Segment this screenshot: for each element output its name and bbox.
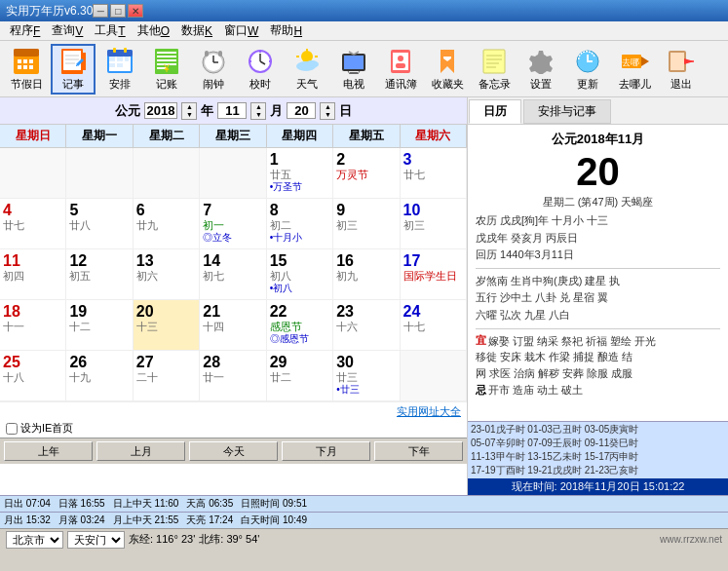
menu-window[interactable]: 窗口W — [218, 21, 264, 40]
svg-rect-54 — [350, 72, 358, 74]
cal-day[interactable]: 24十七 — [401, 300, 467, 351]
cal-day[interactable]: 18十一 — [0, 300, 66, 351]
weekday-mon: 星期一 — [66, 125, 133, 147]
tab-schedule[interactable]: 安排与记事 — [523, 99, 611, 124]
ri-divider1 — [476, 268, 720, 269]
cal-month-spin[interactable]: ▲ ▼ — [250, 102, 266, 120]
svg-rect-26 — [157, 52, 176, 54]
tb-weather[interactable]: 天气 — [285, 44, 329, 95]
tb-bookmark[interactable]: 收藏夹 — [425, 44, 470, 95]
times-row1: 23-01戊子时 01-03己丑时 03-05庚寅时 — [471, 423, 725, 437]
cal-day[interactable]: 20十三 — [134, 300, 200, 351]
tb-memo[interactable]: 备忘录 — [472, 44, 517, 95]
cal-day[interactable]: 2万灵节 — [333, 148, 400, 199]
homepage-label: 设为IE首页 — [20, 421, 73, 436]
tb-update[interactable]: 更新 — [565, 44, 610, 95]
cal-day[interactable]: 17国际学生日 — [401, 249, 467, 300]
cal-day[interactable]: 15初八•初八 — [267, 249, 333, 300]
tb-phonebook[interactable]: 通讯簿 — [378, 44, 423, 95]
cal-year-unit: 年 — [201, 102, 213, 120]
cal-day[interactable]: 11初四 — [0, 249, 66, 300]
cal-year-up[interactable]: ▲ — [182, 103, 196, 111]
cal-day[interactable]: 16初九 — [333, 249, 400, 300]
cal-month-value[interactable]: 11 — [217, 102, 247, 119]
tv-label: 电视 — [343, 77, 364, 92]
maximize-button[interactable]: □ — [110, 4, 126, 18]
cal-month-up[interactable]: ▲ — [251, 103, 265, 111]
cal-day[interactable]: 13初六 — [134, 249, 200, 300]
nav-next-year[interactable]: 下年 — [374, 441, 463, 461]
homepage-checkbox-container: 设为IE首页 — [6, 421, 461, 436]
tb-settings[interactable]: 设置 — [518, 44, 563, 95]
cal-day — [134, 148, 200, 199]
city-select[interactable]: 北京市 — [6, 531, 63, 549]
tb-alarm[interactable]: 闹钟 — [191, 44, 236, 95]
cal-day[interactable]: 30廿三•廿三 — [333, 351, 400, 401]
cal-day[interactable]: 12初五 — [66, 249, 133, 300]
exit-icon — [666, 47, 697, 76]
cal-day[interactable]: 28廿一 — [200, 351, 266, 401]
cal-day[interactable]: 14初七 — [200, 249, 266, 300]
cal-day[interactable]: 27二十 — [134, 351, 200, 401]
cal-day-down[interactable]: ▼ — [321, 111, 334, 119]
menu-data[interactable]: 数据K — [175, 21, 218, 40]
cal-day[interactable]: 7初一◎立冬 — [200, 199, 266, 249]
cal-day[interactable]: 29廿二 — [267, 351, 333, 401]
tab-calendar[interactable]: 日历 — [469, 99, 521, 124]
tb-diary[interactable]: 记事 — [51, 44, 96, 95]
tb-check[interactable]: 校时 — [238, 44, 283, 95]
menu-other[interactable]: 其他O — [132, 21, 175, 40]
menu-query[interactable]: 查询V — [46, 21, 89, 40]
tb-go[interactable]: 去哪 去哪儿 — [612, 44, 657, 95]
cal-day-up[interactable]: ▲ — [321, 103, 334, 111]
cal-day[interactable]: 19十二 — [66, 300, 133, 351]
homepage-checkbox[interactable] — [6, 423, 18, 435]
tb-schedule[interactable]: 安排 — [97, 44, 142, 95]
close-button[interactable]: ✕ — [128, 4, 143, 18]
website-link[interactable]: 实用网址大全 — [397, 405, 461, 417]
place-select[interactable]: 天安门 — [67, 531, 125, 549]
cal-month-unit: 月 — [270, 102, 283, 120]
cal-year-spin[interactable]: ▲ ▼ — [181, 102, 197, 120]
svg-rect-62 — [396, 63, 405, 68]
svg-rect-3 — [23, 59, 27, 63]
astro-sunset: 日落 16:55 — [58, 497, 105, 511]
right-panel: 日历 安排与记事 公元2018年11月 20 星期二 (第47周) 天蝎座 农历… — [468, 97, 728, 495]
cal-days-grid: 1廿五•万圣节2万灵节3廿七4廿七5廿八6廿九7初一◎立冬8初二•十月小9初三1… — [0, 148, 467, 401]
nav-next-month[interactable]: 下月 — [282, 441, 370, 461]
tb-exit[interactable]: 退出 — [659, 44, 704, 95]
cal-day[interactable]: 4廿七 — [0, 199, 66, 249]
menu-help[interactable]: 帮助H — [264, 21, 308, 40]
cal-day[interactable]: 21十四 — [200, 300, 266, 351]
cal-year-value[interactable]: 2018 — [144, 102, 178, 119]
cal-year-down[interactable]: ▼ — [182, 111, 196, 119]
nav-prev-month[interactable]: 上月 — [96, 441, 185, 461]
cal-day[interactable]: 3廿七 — [401, 148, 467, 199]
nav-prev-year[interactable]: 上年 — [4, 441, 93, 461]
minimize-button[interactable]: ─ — [93, 4, 108, 18]
tb-holiday[interactable]: 节假日 — [4, 44, 49, 95]
svg-rect-1 — [14, 49, 39, 57]
cal-day[interactable]: 6廿九 — [134, 199, 200, 249]
tb-ledger[interactable]: ¥ 记账 — [144, 44, 189, 95]
menu-tools[interactable]: 工具T — [89, 21, 131, 40]
cal-day-value[interactable]: 20 — [287, 102, 316, 119]
cal-day[interactable]: 9初三 — [333, 199, 400, 249]
tb-tv[interactable]: 电视 — [331, 44, 376, 95]
cal-day[interactable]: 26十九 — [66, 351, 133, 401]
cal-day[interactable]: 22感恩节◎感恩节 — [267, 300, 333, 351]
cal-day[interactable]: 5廿八 — [66, 199, 133, 249]
cal-day[interactable]: 10初三 — [401, 199, 467, 249]
ri-row3: 回历 1440年3月11日 — [476, 247, 720, 264]
weekday-thu: 星期四 — [267, 125, 333, 147]
cal-day[interactable]: 8初二•十月小 — [267, 199, 333, 249]
cal-month-down[interactable]: ▼ — [251, 111, 265, 119]
ji-label: 忌 — [476, 383, 486, 398]
cal-day[interactable]: 1廿五•万圣节 — [267, 148, 333, 199]
menu-program[interactable]: 程序F — [4, 21, 46, 40]
cal-day[interactable]: 23十六 — [333, 300, 400, 351]
cal-day[interactable]: 25十八 — [0, 351, 66, 401]
nav-today[interactable]: 今天 — [189, 441, 278, 461]
svg-text:¥: ¥ — [163, 63, 170, 74]
cal-day-spin[interactable]: ▲ ▼ — [320, 102, 335, 120]
